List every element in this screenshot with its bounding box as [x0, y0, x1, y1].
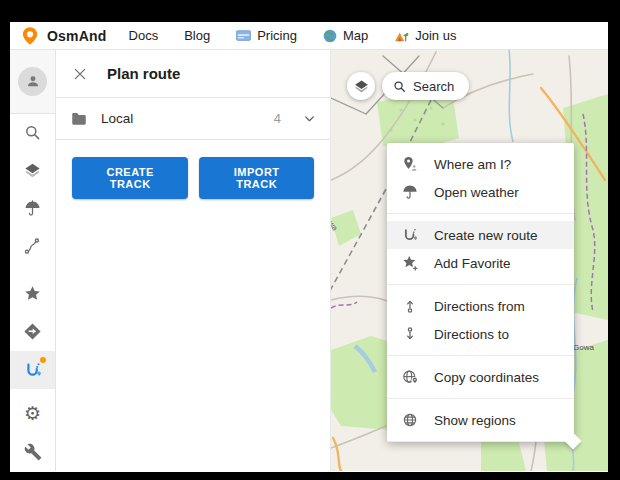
menu-item-directions-to[interactable]: Directions to [387, 320, 574, 348]
map-canvas[interactable]: Gowa Magistrala Kolejowa Search Where am… [331, 50, 608, 471]
camping-icon [394, 29, 409, 42]
menu-item-add-favorite[interactable]: Add Favorite [387, 249, 574, 277]
close-icon [72, 66, 88, 82]
nav-join-us[interactable]: Join us [394, 28, 456, 43]
chevron-down-icon[interactable] [303, 112, 316, 125]
wrench-icon [24, 443, 42, 461]
umbrella-icon [400, 183, 419, 201]
map-context-menu: Where am I? Open weather Create [387, 143, 574, 442]
sidebar-item-weather[interactable] [10, 190, 55, 228]
folder-count: 4 [274, 111, 281, 126]
header-nav: Docs Blog Pricing Map Join us [129, 28, 457, 43]
person-icon [24, 72, 42, 90]
map-layers-button[interactable] [347, 72, 375, 100]
navigation-diamond-icon [23, 322, 42, 341]
layers-icon [23, 161, 42, 180]
folder-icon [70, 110, 88, 128]
map-search-button[interactable]: Search [382, 72, 469, 100]
avatar [18, 67, 47, 96]
import-track-button[interactable]: IMPORT TRACK [199, 157, 314, 199]
sidebar-item-search[interactable] [10, 114, 55, 152]
nav-pricing[interactable]: Pricing [236, 28, 297, 43]
sidebar-item-favorites[interactable] [10, 275, 55, 313]
globe-pin-icon [400, 368, 419, 386]
directions-to-icon [400, 325, 419, 343]
brand-link[interactable]: OsmAnd [20, 26, 107, 46]
app-window: OsmAnd Docs Blog Pricing Map Join us [10, 22, 608, 472]
sidebar-item-account[interactable] [10, 50, 55, 114]
sidebar-item-settings[interactable]: ⚙ [10, 395, 55, 433]
sidebar-item-tools[interactable] [10, 433, 55, 471]
menu-group: Copy coordinates [387, 356, 574, 399]
sidebar-item-tracks[interactable] [10, 228, 55, 266]
nav-docs[interactable]: Docs [129, 28, 159, 43]
search-icon [23, 123, 42, 142]
menu-item-copy-coordinates[interactable]: Copy coordinates [387, 363, 574, 391]
route-icon [400, 226, 419, 244]
umbrella-icon [23, 199, 42, 218]
nav-map[interactable]: Map [323, 28, 368, 43]
globe-icon [400, 411, 419, 429]
menu-group: Create new route Add Favorite [387, 214, 574, 285]
layers-icon [353, 78, 370, 95]
credit-card-icon [236, 30, 251, 41]
menu-group: Show regions [387, 399, 574, 442]
menu-group: Directions from Directions to [387, 285, 574, 356]
gear-icon: ⚙ [24, 404, 41, 423]
menu-item-show-regions[interactable]: Show regions [387, 406, 574, 434]
menu-item-open-weather[interactable]: Open weather [387, 178, 574, 206]
map-place-label: Gowa [573, 343, 594, 352]
notification-badge-dot [40, 357, 46, 363]
menu-item-directions-from[interactable]: Directions from [387, 292, 574, 320]
search-icon [392, 79, 407, 94]
menu-item-create-new-route[interactable]: Create new route [387, 221, 574, 249]
folder-name: Local [101, 111, 133, 126]
menu-group: Where am I? Open weather [387, 143, 574, 214]
map-search-label: Search [413, 79, 454, 94]
top-navbar: OsmAnd Docs Blog Pricing Map Join us [10, 22, 608, 50]
track-squiggle-icon [23, 237, 42, 256]
nav-blog[interactable]: Blog [184, 28, 210, 43]
globe-earth-icon [323, 29, 337, 43]
create-track-button[interactable]: CREATE TRACK [72, 157, 188, 199]
sidebar-item-plan-route[interactable] [10, 351, 55, 389]
sidebar-item-navigation[interactable] [10, 313, 55, 351]
icon-sidebar: ⚙ [10, 50, 56, 471]
plan-route-icon [23, 360, 43, 380]
panel-header: Plan route [56, 50, 330, 98]
folder-row-local[interactable]: Local 4 [56, 98, 330, 140]
menu-item-where-am-i[interactable]: Where am I? [387, 150, 574, 178]
star-icon [23, 284, 42, 303]
star-plus-icon [400, 254, 419, 272]
directions-from-icon [400, 297, 419, 315]
panel-buttons: CREATE TRACK IMPORT TRACK [56, 140, 330, 216]
osmand-logo-icon [20, 26, 40, 46]
place-person-icon [400, 155, 419, 173]
sidebar-item-map-layers[interactable] [10, 152, 55, 190]
brand-name: OsmAnd [47, 28, 107, 44]
close-panel-button[interactable] [72, 66, 88, 82]
plan-route-panel: Plan route Local 4 CREATE TRACK IMPORT T… [56, 50, 331, 471]
panel-title: Plan route [107, 65, 180, 82]
